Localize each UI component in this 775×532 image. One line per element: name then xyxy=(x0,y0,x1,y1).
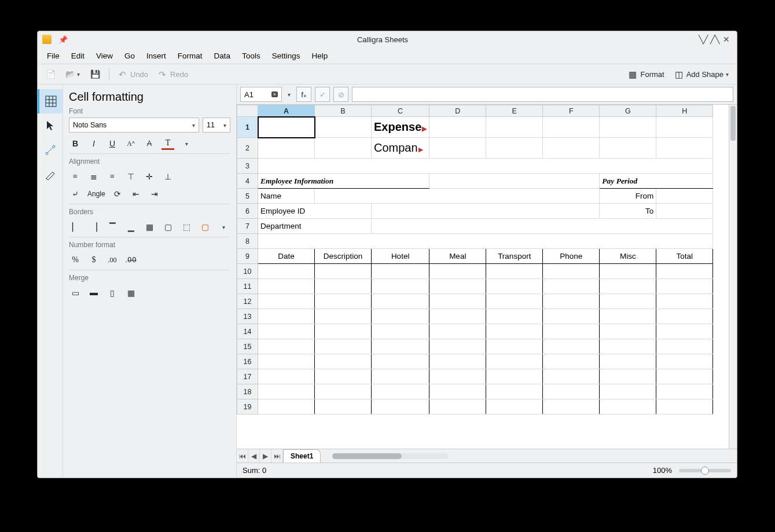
cell-g19[interactable] xyxy=(600,399,656,414)
cell-a14[interactable] xyxy=(258,324,315,339)
menu-go[interactable]: Go xyxy=(119,49,141,63)
cell-c7[interactable] xyxy=(372,219,713,234)
sheet-nav-next[interactable]: ▶ xyxy=(260,449,271,463)
cancel-formula-button[interactable]: ⊘ xyxy=(333,87,348,102)
align-right-button[interactable]: ≡ xyxy=(106,170,119,183)
cell-c10[interactable] xyxy=(372,264,429,279)
cell-g12[interactable] xyxy=(600,294,656,309)
select-all-corner[interactable] xyxy=(237,105,258,117)
cell-h2[interactable] xyxy=(656,138,713,159)
row-header-14[interactable]: 14 xyxy=(237,324,258,339)
cell-e14[interactable] xyxy=(486,324,543,339)
cell-f16[interactable] xyxy=(543,354,600,369)
border-all-button[interactable]: ▦ xyxy=(143,221,156,233)
cell-h11[interactable] xyxy=(656,279,713,294)
cell-b19[interactable] xyxy=(315,399,372,414)
cell-a11[interactable] xyxy=(258,279,315,294)
col-header-a[interactable]: A xyxy=(258,105,315,117)
accept-formula-button[interactable]: ✓ xyxy=(315,87,330,102)
tool-cell-formatting[interactable] xyxy=(38,89,63,113)
cell-d10[interactable] xyxy=(429,264,486,279)
cell-d14[interactable] xyxy=(429,324,486,339)
cell-h14[interactable] xyxy=(656,324,713,339)
th-phone[interactable]: Phone xyxy=(543,249,600,264)
border-top-button[interactable]: ▔ xyxy=(106,221,119,233)
valign-middle-button[interactable]: ✛ xyxy=(143,170,156,183)
cell-f2[interactable] xyxy=(543,138,600,159)
cell-e11[interactable] xyxy=(486,279,543,294)
cell-row8[interactable] xyxy=(258,234,713,249)
menu-help[interactable]: Help xyxy=(306,49,333,63)
row-header-12[interactable]: 12 xyxy=(237,294,258,309)
row-header-19[interactable]: 19 xyxy=(237,399,258,414)
save-doc-button[interactable] xyxy=(87,67,103,81)
merge-cells-button[interactable]: ▭ xyxy=(69,287,82,299)
cell-d16[interactable] xyxy=(429,354,486,369)
cell-d15[interactable] xyxy=(429,339,486,354)
new-doc-button[interactable] xyxy=(42,67,58,81)
row-header-10[interactable]: 10 xyxy=(237,264,258,279)
cell-b10[interactable] xyxy=(315,264,372,279)
cell-g10[interactable] xyxy=(600,264,656,279)
cell-b16[interactable] xyxy=(315,354,372,369)
cell-a12[interactable] xyxy=(258,294,315,309)
cell-g15[interactable] xyxy=(600,339,656,354)
cell-d19[interactable] xyxy=(429,399,486,414)
cell-row3[interactable] xyxy=(258,159,713,174)
row-header-16[interactable]: 16 xyxy=(237,354,258,369)
cell-h5[interactable] xyxy=(656,189,713,204)
function-wizard-button[interactable]: fₓ xyxy=(296,87,311,102)
cell-c12[interactable] xyxy=(372,294,429,309)
zoom-slider[interactable] xyxy=(679,469,731,472)
font-family-combo[interactable]: Noto Sans▾ xyxy=(69,118,199,133)
cell-c1[interactable]: Expense▶ xyxy=(372,117,429,138)
menu-format[interactable]: Format xyxy=(172,49,208,63)
row-header-1[interactable]: 1 xyxy=(237,117,258,138)
row-header-5[interactable]: 5 xyxy=(237,189,258,204)
cell-a15[interactable] xyxy=(258,339,315,354)
cell-a18[interactable] xyxy=(258,384,315,399)
th-transport[interactable]: Transport xyxy=(486,249,543,264)
cell-g11[interactable] xyxy=(600,279,656,294)
cell-h17[interactable] xyxy=(656,369,713,384)
cell-a10[interactable] xyxy=(258,264,315,279)
empid-label[interactable]: Employee ID xyxy=(258,204,372,219)
zoom-slider-knob[interactable] xyxy=(701,467,709,475)
th-misc[interactable]: Misc xyxy=(600,249,656,264)
cell-e17[interactable] xyxy=(486,369,543,384)
cell-c13[interactable] xyxy=(372,309,429,324)
cell-f19[interactable] xyxy=(543,399,600,414)
cell-b15[interactable] xyxy=(315,339,372,354)
cell-e1[interactable] xyxy=(486,117,543,138)
minimize-button[interactable]: ╲╱ xyxy=(697,35,709,44)
decrease-indent-button[interactable]: ⇤ xyxy=(130,188,142,200)
cell-g17[interactable] xyxy=(600,369,656,384)
cell-h15[interactable] xyxy=(656,339,713,354)
sheet-tab-sheet1[interactable]: Sheet1 xyxy=(283,449,321,463)
col-header-d[interactable]: D xyxy=(429,105,486,117)
border-left-button[interactable]: ▏ xyxy=(69,221,82,233)
col-header-e[interactable]: E xyxy=(486,105,543,117)
cell-d18[interactable] xyxy=(429,384,486,399)
cell-d11[interactable] xyxy=(429,279,486,294)
th-date[interactable]: Date xyxy=(258,249,315,264)
cell-a17[interactable] xyxy=(258,369,315,384)
cell-d1[interactable] xyxy=(429,117,486,138)
cell-c6[interactable] xyxy=(372,204,600,219)
cell-f13[interactable] xyxy=(543,309,600,324)
menu-view[interactable]: View xyxy=(90,49,119,63)
cell-a16[interactable] xyxy=(258,354,315,369)
cell-h13[interactable] xyxy=(656,309,713,324)
cell-c11[interactable] xyxy=(372,279,429,294)
cell-e12[interactable] xyxy=(486,294,543,309)
cell-e10[interactable] xyxy=(486,264,543,279)
cell-f17[interactable] xyxy=(543,369,600,384)
th-description[interactable]: Description xyxy=(315,249,372,264)
cell-b5[interactable] xyxy=(315,189,600,204)
row-header-6[interactable]: 6 xyxy=(237,204,258,219)
sheet-nav-last[interactable]: ⏭ xyxy=(271,449,283,463)
align-center-button[interactable]: ≣ xyxy=(87,170,100,183)
cell-f1[interactable] xyxy=(543,117,600,138)
cell-reference-dropdown[interactable]: ▾ xyxy=(285,87,293,102)
th-total[interactable]: Total xyxy=(656,249,713,264)
